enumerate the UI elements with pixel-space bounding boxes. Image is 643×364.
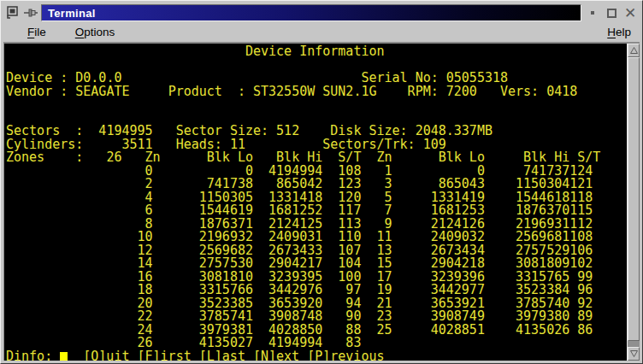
scroll-down-button[interactable] xyxy=(628,347,640,361)
menu-options[interactable]: Options xyxy=(75,26,115,38)
scrollbar-thumb[interactable] xyxy=(628,57,640,341)
scrollbar[interactable] xyxy=(627,44,640,361)
terminal-window: Terminal ✕ File Options Help Device Info… xyxy=(0,0,643,364)
menubar: File Options Help xyxy=(3,22,640,43)
maximize-box-icon xyxy=(607,9,616,18)
maximize-button[interactable] xyxy=(602,4,621,21)
close-button[interactable]: ✕ xyxy=(621,4,640,21)
terminal-screen: Device Information Device : D0.0.0 Seria… xyxy=(6,45,627,350)
arrow-down-icon xyxy=(630,350,638,357)
prompt-line: Dinfo: [Q]uit [F]irst [L]ast [N]ext [P]r… xyxy=(6,350,627,361)
minimize-button[interactable] xyxy=(583,4,602,21)
minimize-dot-icon xyxy=(591,11,594,15)
window-menu-button[interactable] xyxy=(3,4,21,21)
scrollbar-trough[interactable] xyxy=(628,341,640,347)
window-title-text: Terminal xyxy=(48,7,96,20)
terminal-area[interactable]: Device Information Device : D0.0.0 Seria… xyxy=(4,44,627,361)
menu-help[interactable]: Help xyxy=(607,26,631,38)
terminal-monitor-icon xyxy=(5,6,19,20)
close-x-icon: ✕ xyxy=(624,6,636,21)
titlebar[interactable]: Terminal ✕ xyxy=(3,3,640,22)
arrow-up-icon xyxy=(630,47,638,54)
pushpin-icon xyxy=(23,7,38,19)
pin-button[interactable] xyxy=(22,4,39,21)
window-title: Terminal xyxy=(41,4,581,21)
prompt-actions: [Q]uit [F]irst [L]ast [N]ext [P]revious xyxy=(83,349,384,361)
prompt-label: Dinfo: xyxy=(6,349,52,361)
menu-file[interactable]: File xyxy=(27,26,46,38)
text-cursor xyxy=(60,352,68,361)
scroll-up-button[interactable] xyxy=(628,44,640,57)
